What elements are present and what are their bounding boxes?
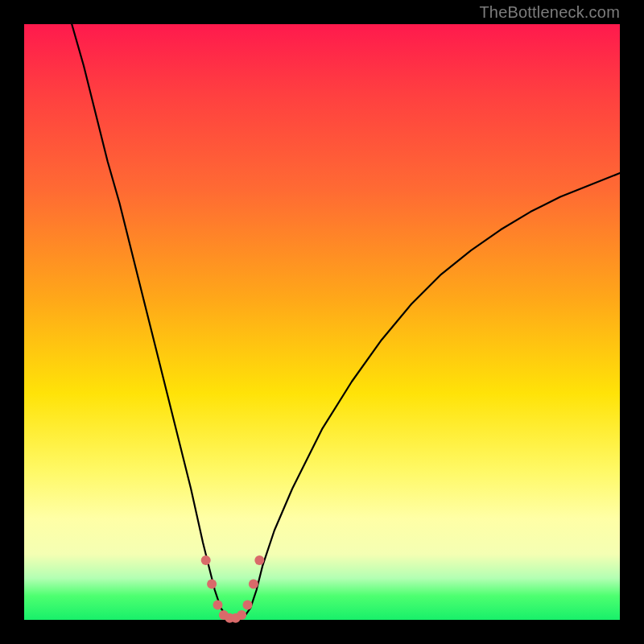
watermark-text: TheBottleneck.com xyxy=(479,3,620,22)
ideal-marker-dot xyxy=(201,555,211,565)
chart-svg xyxy=(24,24,620,620)
chart-frame: TheBottleneck.com xyxy=(0,0,644,644)
ideal-marker-dot xyxy=(243,601,253,610)
ideal-marker-dots xyxy=(201,555,265,623)
ideal-marker-dot xyxy=(213,601,223,610)
ideal-marker-dot xyxy=(207,580,217,589)
bottleneck-curve-line xyxy=(72,24,620,618)
ideal-marker-dot xyxy=(254,555,264,565)
ideal-marker-dot xyxy=(237,610,246,620)
ideal-marker-dot xyxy=(249,580,258,589)
